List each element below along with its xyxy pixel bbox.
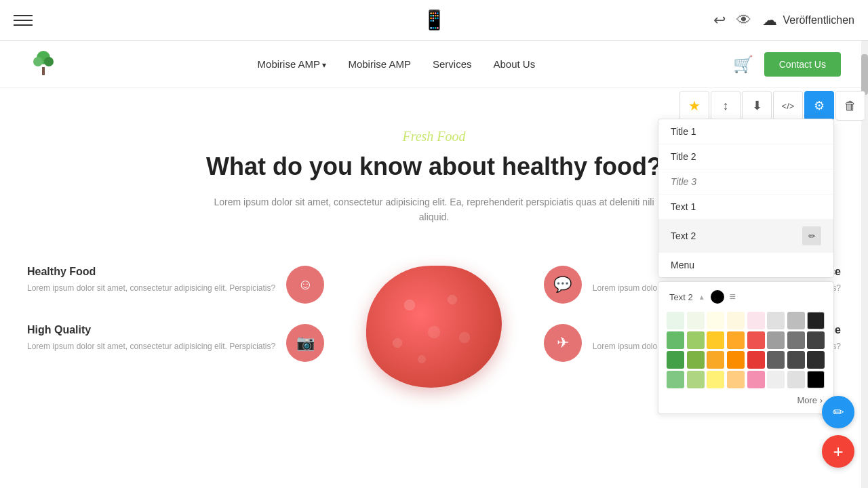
- mobile-preview-icon[interactable]: 📱: [422, 9, 446, 31]
- color-swatch[interactable]: [747, 312, 765, 329]
- color-swatch[interactable]: [747, 351, 765, 369]
- nav-links: Mobirise AMP Mobirise AMP Services About…: [258, 58, 536, 70]
- site-logo[interactable]: [27, 48, 60, 81]
- more-colors-link[interactable]: More ›: [664, 391, 828, 408]
- color-swatch[interactable]: [727, 331, 745, 349]
- dropdown-title3[interactable]: Title 3: [658, 169, 833, 195]
- feature-high-quality: High Quality Lorem ipsum dolor sit amet,…: [27, 324, 346, 362]
- publish-label: Veröffentlichen: [783, 14, 854, 26]
- color-swatch[interactable]: [707, 351, 724, 369]
- camera-icon: 📷: [296, 334, 315, 352]
- dropdown-text1[interactable]: Text 1: [658, 195, 833, 220]
- color-swatch[interactable]: [667, 331, 684, 349]
- color-swatch[interactable]: [667, 371, 684, 388]
- color-swatch[interactable]: [767, 371, 785, 388]
- color-swatch[interactable]: [707, 312, 724, 329]
- color-swatch[interactable]: [687, 371, 705, 388]
- top-toolbar: 📱 ↩ 👁 ☁ Veröffentlichen: [0, 0, 868, 41]
- svg-point-2: [44, 57, 54, 66]
- nav-link-mobirise-amp-2[interactable]: Mobirise AMP: [348, 58, 411, 70]
- site-navigation: Mobirise AMP Mobirise AMP Services About…: [0, 41, 868, 88]
- delete-icon: 🗑: [844, 99, 856, 113]
- selected-color-swatch[interactable]: [711, 290, 724, 304]
- dropdown-title2[interactable]: Title 2: [658, 144, 833, 169]
- dropdown-title1[interactable]: Title 1: [658, 119, 833, 144]
- star-icon: ★: [688, 98, 701, 114]
- color-swatch[interactable]: [787, 371, 805, 388]
- feature-healthy-food-icon: ☺: [286, 266, 324, 304]
- color-swatch[interactable]: [687, 351, 705, 369]
- color-swatch[interactable]: [747, 371, 765, 388]
- download-icon: ⬇: [752, 98, 762, 113]
- color-swatch[interactable]: [667, 312, 684, 329]
- feature-high-quality-title: High Quality: [27, 324, 275, 336]
- delete-button[interactable]: 🗑: [835, 91, 865, 121]
- dropdown-text2[interactable]: Text 2 ✏: [658, 220, 833, 253]
- feature-high-quality-icon: 📷: [286, 324, 324, 362]
- contact-button[interactable]: Contact Us: [764, 52, 841, 77]
- publish-button[interactable]: ☁ Veröffentlichen: [762, 12, 854, 29]
- color-swatch[interactable]: [687, 312, 705, 329]
- chat-icon: 💬: [553, 276, 572, 293]
- feature-sale-icon: ✈: [544, 324, 582, 362]
- star-button[interactable]: ★: [679, 91, 709, 121]
- color-swatch[interactable]: [787, 351, 805, 369]
- nav-link-mobirise-amp-1[interactable]: Mobirise AMP: [258, 58, 327, 70]
- cart-icon[interactable]: 🛒: [733, 55, 753, 74]
- fab-pencil-button[interactable]: ✏: [822, 396, 854, 428]
- preview-button[interactable]: 👁: [736, 12, 751, 29]
- top-bar-left: [14, 15, 33, 26]
- color-swatch[interactable]: [687, 331, 705, 349]
- hamburger-menu[interactable]: [14, 15, 33, 26]
- fab-add-button[interactable]: +: [822, 435, 854, 468]
- svg-rect-3: [42, 67, 45, 75]
- text2-header-label: Text 2: [669, 292, 693, 302]
- dropdown-menu[interactable]: Menu: [658, 253, 833, 277]
- move-button[interactable]: ↕: [711, 91, 741, 121]
- color-swatch[interactable]: [807, 351, 825, 369]
- color-swatch[interactable]: [707, 371, 724, 388]
- color-swatch[interactable]: [767, 331, 785, 349]
- settings-button[interactable]: ⚙: [804, 91, 834, 121]
- hero-description: Lorem ipsum dolor sit amet, consectetur …: [203, 195, 665, 225]
- color-swatch[interactable]: [807, 331, 825, 349]
- dropdown-text2-label: Text 2: [671, 230, 696, 241]
- dropdown-edit-button[interactable]: ✏: [802, 226, 821, 245]
- color-swatch[interactable]: [667, 351, 684, 369]
- color-swatch[interactable]: [727, 351, 745, 369]
- color-swatch[interactable]: [707, 331, 724, 349]
- color-swatch[interactable]: [767, 312, 785, 329]
- color-swatch[interactable]: [787, 312, 805, 329]
- plane-icon: ✈: [557, 334, 569, 352]
- settings-icon: ⚙: [814, 98, 825, 113]
- color-swatch[interactable]: [807, 371, 825, 388]
- nav-link-services[interactable]: Services: [433, 58, 472, 70]
- color-swatch[interactable]: [747, 331, 765, 349]
- feature-best-price-icon: 💬: [544, 266, 582, 304]
- undo-button[interactable]: ↩: [713, 12, 726, 29]
- website-canvas: Mobirise AMP Mobirise AMP Services About…: [0, 41, 868, 488]
- nav-link-about-us[interactable]: About Us: [493, 58, 535, 70]
- color-swatch[interactable]: [807, 312, 825, 329]
- feature-high-quality-desc: Lorem ipsum dolor sit amet, consectetur …: [27, 340, 275, 352]
- color-swatch[interactable]: [727, 371, 745, 388]
- color-picker-header: Text 2 ▲ ≡: [664, 287, 828, 309]
- feature-high-quality-text: High Quality Lorem ipsum dolor sit amet,…: [27, 324, 275, 352]
- code-button[interactable]: </>: [773, 91, 803, 121]
- svg-point-1: [33, 57, 43, 66]
- color-swatch[interactable]: [727, 312, 745, 329]
- more-label: More: [797, 395, 817, 405]
- color-swatch[interactable]: [767, 351, 785, 369]
- top-bar-center: 📱: [422, 9, 446, 31]
- nav-right: 🛒 Contact Us: [733, 52, 841, 77]
- pencil-fab-icon: ✏: [833, 404, 844, 420]
- cloud-upload-icon: ☁: [762, 12, 777, 29]
- color-swatch[interactable]: [787, 331, 805, 349]
- plus-fab-icon: +: [833, 441, 843, 462]
- fruit-center-image: [346, 266, 522, 388]
- smiley-icon: ☺: [298, 276, 313, 293]
- top-bar-right: ↩ 👁 ☁ Veröffentlichen: [713, 12, 854, 29]
- logo-icon: [27, 48, 60, 81]
- download-button[interactable]: ⬇: [742, 91, 772, 121]
- raspberry-image: [366, 266, 502, 388]
